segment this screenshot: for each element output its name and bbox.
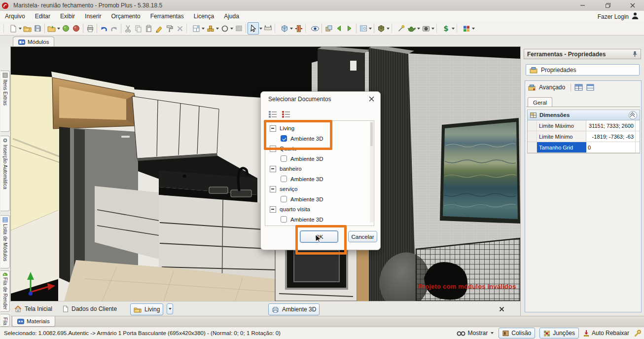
tree-item-quarto-ambiente[interactable]: Ambiente 3D	[265, 154, 374, 164]
select-cursor-icon[interactable]	[248, 22, 259, 35]
wrench-icon[interactable]	[634, 330, 641, 337]
menu-editar[interactable]: Editar	[30, 11, 55, 21]
expander-icon[interactable]	[270, 125, 276, 132]
measure-ruler-icon[interactable]	[263, 23, 273, 34]
open-folder-icon[interactable]	[22, 23, 33, 34]
sidebar-tab-lista-de-modulos[interactable]: Lista de Módulos	[0, 215, 10, 268]
property-row-tamanho-grid[interactable]: Tamanho Grid 0	[528, 142, 640, 153]
checkbox-unchecked[interactable]	[281, 196, 287, 202]
camera-box-icon[interactable]	[421, 23, 431, 34]
menu-ferramentas[interactable]: Ferramentas	[145, 11, 189, 21]
walk-forward-icon[interactable]	[344, 23, 355, 34]
minimize-button[interactable]	[574, 0, 591, 10]
tab-geral[interactable]: Geral	[528, 97, 552, 107]
wall-icon[interactable]	[234, 23, 244, 34]
dialog-close-button[interactable]	[367, 95, 375, 103]
collapse-chevron-icon[interactable]	[629, 111, 637, 119]
sidebar-tab-itens-extras[interactable]: Itens Extras	[0, 71, 10, 132]
tab-modulos[interactable]: Módulos	[13, 37, 54, 47]
tree-group-quarto-visita[interactable]: quarto visita	[265, 204, 374, 215]
dimensions-header[interactable]: Dimensões	[528, 110, 640, 120]
property-row-limite-maximo[interactable]: Limite Máximo 31151; 7333; 2600	[528, 120, 640, 131]
checkbox-unchecked[interactable]	[281, 176, 287, 182]
menu-inserir[interactable]: Inserir	[80, 11, 106, 21]
cut-icon[interactable]	[123, 23, 133, 34]
tree-group-servico[interactable]: serviço	[265, 184, 374, 194]
menu-ajuda[interactable]: Ajuda	[219, 11, 244, 21]
paint-brush-icon[interactable]	[154, 23, 164, 34]
property-row-limite-minimo[interactable]: Limite Mínimo -1819; -7363; -63	[528, 131, 640, 142]
tree-scrollbar[interactable]	[370, 121, 373, 223]
format-roller-icon[interactable]	[164, 23, 175, 34]
auto-rebaixar-button[interactable]: Auto Rebaixar	[583, 330, 629, 337]
promob-red-ball-icon[interactable]	[71, 23, 81, 34]
new-document-icon[interactable]	[8, 23, 18, 34]
menu-arquivo[interactable]: Arquivo	[0, 11, 30, 21]
render-teapot-icon[interactable]	[406, 23, 417, 34]
expander-icon[interactable]	[270, 206, 276, 213]
restore-button[interactable]	[600, 0, 616, 10]
tab-dados-do-cliente[interactable]: Dados do Cliente	[60, 303, 120, 314]
close-button[interactable]	[624, 0, 641, 10]
cube-3d-icon[interactable]	[279, 23, 289, 34]
tab-tela-inicial[interactable]: Tela Inicial	[11, 303, 55, 314]
eye-visibility-icon[interactable]	[310, 23, 320, 34]
tab-ambiente-3d[interactable]: Ambiente 3D	[268, 303, 320, 315]
avancado-button[interactable]: Avançado	[528, 83, 594, 91]
tree-item-living-ambiente[interactable]: Ambiente 3D	[265, 134, 374, 144]
select-none-list-icon[interactable]	[282, 111, 290, 118]
promob-green-ball-icon[interactable]	[61, 23, 71, 34]
select-all-list-icon[interactable]	[268, 111, 277, 118]
mostrar-button[interactable]: Mostrar	[457, 330, 495, 337]
budget-dollar-icon[interactable]: S	[441, 23, 451, 34]
menu-exibir[interactable]: Exibir	[55, 11, 80, 21]
login-button[interactable]: Fazer Login	[598, 12, 639, 21]
render-cube-icon[interactable]	[376, 23, 386, 34]
viewport-window-icon[interactable]	[358, 23, 368, 34]
living-dropdown[interactable]	[167, 303, 173, 314]
export-dropdown[interactable]	[57, 28, 60, 30]
copy-icon[interactable]	[133, 23, 143, 34]
checkbox-unchecked[interactable]	[281, 155, 287, 162]
colisao-button[interactable]: Colisão	[499, 328, 535, 339]
checkbox-checked[interactable]	[281, 135, 287, 142]
sidebar-tab-insercao-automatica[interactable]: Inserção Automática	[0, 136, 10, 211]
cancel-button[interactable]: Cancelar	[348, 231, 377, 242]
tree-group-banheiro[interactable]: banheiro	[265, 164, 374, 174]
menu-licenca[interactable]: Licença	[189, 11, 219, 21]
duplicate-3d-icon[interactable]	[323, 23, 334, 34]
circle-tool-icon[interactable]	[219, 23, 230, 34]
print-icon[interactable]	[85, 23, 95, 34]
undo-icon[interactable]	[99, 23, 109, 34]
juncoes-button[interactable]: Junções	[539, 328, 579, 339]
palette-grid-icon[interactable]	[461, 23, 471, 34]
tab-living[interactable]: Living	[130, 303, 163, 315]
tree-group-living[interactable]: Living	[265, 123, 374, 134]
tab-materiais[interactable]: Materiais	[12, 316, 55, 327]
save-icon[interactable]	[33, 23, 43, 34]
menu-orcamento[interactable]: Orçamento	[106, 11, 145, 21]
sidebar-tab-fila-de-render-2[interactable]: Fila de Render	[0, 314, 10, 327]
expander-icon[interactable]	[270, 166, 276, 172]
propriedades-button[interactable]: Propriedades	[526, 64, 640, 75]
modules-blocks-icon[interactable]	[205, 23, 215, 34]
table-view-icon[interactable]	[586, 84, 594, 91]
expander-icon[interactable]	[270, 146, 276, 152]
magic-wand-icon[interactable]	[396, 23, 406, 34]
new-dropdown[interactable]	[19, 28, 22, 30]
pin-icon[interactable]	[632, 51, 638, 57]
tree-item-quarto-visita-ambiente[interactable]: Ambiente 3D	[265, 215, 374, 225]
close-tab-button[interactable]	[499, 303, 504, 314]
layout-panels-icon[interactable]	[191, 23, 201, 34]
tree-group-quarto[interactable]: Quarto	[265, 144, 374, 154]
export-folder-icon[interactable]	[46, 23, 57, 34]
paste-icon[interactable]	[143, 23, 154, 34]
checkbox-unchecked[interactable]	[281, 216, 287, 223]
redo-icon[interactable]	[109, 23, 119, 34]
walk-back-icon[interactable]	[334, 23, 344, 34]
door-dimension-icon[interactable]	[293, 23, 304, 34]
tree-item-servico-ambiente[interactable]: Ambiente 3D	[265, 194, 374, 205]
sidebar-tab-fila-de-render-1[interactable]: Fila de Render	[0, 270, 10, 312]
tree-item-banheiro-ambiente[interactable]: Ambiente 3D	[265, 174, 374, 185]
grid-view-icon[interactable]	[574, 84, 583, 91]
